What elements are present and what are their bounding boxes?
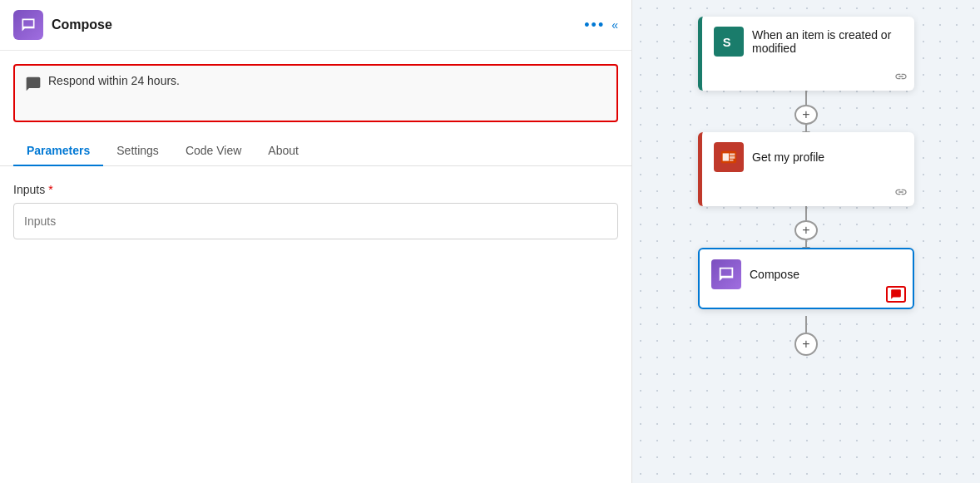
compose-footer <box>700 299 913 308</box>
trigger-footer <box>702 67 914 91</box>
svg-text:S: S <box>723 36 731 49</box>
connector-1: + <box>794 91 818 132</box>
parameters-section: Inputs * <box>0 166 631 256</box>
inputs-label: Inputs * <box>13 183 618 196</box>
add-step-button-2[interactable]: + <box>794 220 818 240</box>
required-star: * <box>48 183 52 196</box>
connector-line-bottom <box>805 316 807 333</box>
action-card-inner: Get my profile <box>702 132 914 182</box>
action-card[interactable]: Get my profile <box>698 132 914 206</box>
svg-rect-4 <box>730 156 735 159</box>
inputs-field[interactable] <box>13 203 618 239</box>
input-area: Respond within 24 hours. <box>0 51 631 136</box>
connector-line-2 <box>805 206 807 220</box>
respond-input-box: Respond within 24 hours. <box>13 64 618 122</box>
compose-card-title: Compose <box>750 268 901 281</box>
compose-note-icon-badge <box>886 286 906 303</box>
action-link-icon <box>894 185 908 201</box>
respond-text: Respond within 24 hours. <box>48 74 180 87</box>
connector-arrow-1 <box>805 125 807 132</box>
canvas-panel: S When an item is created or modified + <box>632 0 980 483</box>
office-icon <box>714 142 744 172</box>
flow-container: S When an item is created or modified + <box>698 17 914 357</box>
add-step-button-bottom[interactable]: + <box>794 333 818 356</box>
left-panel: Compose ••• « Respond within 24 hours. P… <box>0 0 632 483</box>
tab-code-view[interactable]: Code View <box>172 136 255 165</box>
tab-settings[interactable]: Settings <box>103 136 172 165</box>
panel-title: Compose <box>52 17 576 32</box>
connector-line-1 <box>805 91 807 105</box>
sharepoint-icon: S <box>714 27 744 57</box>
trigger-link-icon <box>894 70 908 86</box>
header-actions: ••• « <box>584 17 618 34</box>
compose-card-inner: Compose <box>700 249 913 299</box>
more-options-button[interactable]: ••• <box>584 17 605 34</box>
tabs-bar: Parameters Settings Code View About <box>0 136 631 166</box>
action-footer <box>702 182 914 206</box>
compose-flow-card[interactable]: Compose <box>698 248 914 309</box>
collapse-button[interactable]: « <box>611 18 618 32</box>
connector-2: + <box>794 206 818 248</box>
trigger-card[interactable]: S When an item is created or modified <box>698 17 914 91</box>
panel-header: Compose ••• « <box>0 0 631 51</box>
svg-rect-3 <box>730 153 735 155</box>
tab-parameters[interactable]: Parameters <box>13 136 103 165</box>
action-title: Get my profile <box>752 150 903 164</box>
connector-bottom: + <box>794 316 818 357</box>
svg-rect-2 <box>723 153 729 160</box>
add-step-button-1[interactable]: + <box>794 105 818 125</box>
compose-header-icon <box>13 10 43 40</box>
svg-rect-5 <box>730 160 734 161</box>
comment-icon <box>25 76 42 92</box>
compose-card-icon <box>711 259 741 289</box>
trigger-title: When an item is created or modified <box>752 28 903 55</box>
trigger-card-inner: S When an item is created or modified <box>702 17 914 67</box>
connector-arrow-2 <box>805 240 807 248</box>
tab-about[interactable]: About <box>255 136 312 165</box>
